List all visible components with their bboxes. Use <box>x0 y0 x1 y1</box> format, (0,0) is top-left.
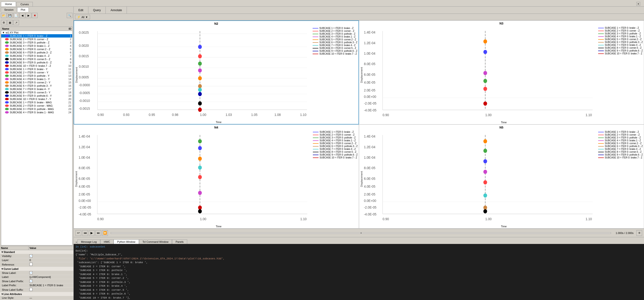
tab-session[interactable]: Session <box>1 7 17 12</box>
list-item[interactable]: SUBCASE 2 = ITER 0: corner - Z 2 <box>1 38 72 41</box>
console-line: 'subcaseList': ['SUBCASE 1 = ITER 0: bra… <box>76 260 642 264</box>
list-item[interactable]: SUBCASE 4 = ITER 0: brake.1 - Z 4 <box>1 44 72 48</box>
plot-n5[interactable]: N5 Displacement 1.4E-04 <box>359 124 644 228</box>
section-curve-label[interactable]: ▼ Curve Label <box>0 267 74 271</box>
plot-n3[interactable]: N3 Displacement 1.4E-04 <box>359 20 644 124</box>
plot-n4-inner: Displacement 1.4E-04 1.2E-04 <box>74 130 359 228</box>
bottom-close-icon[interactable]: ✕ <box>75 241 78 244</box>
tab-python-window[interactable]: Python Window <box>114 240 139 244</box>
svg-text:0.0E+00: 0.0E+00 <box>364 94 376 98</box>
list-item[interactable]: SUBCASE 10 = ITER 0: brake.7 - Z 10 <box>1 64 72 68</box>
tab-tcl-command-window[interactable]: Tcl Command Window <box>139 240 172 244</box>
svg-point-59 <box>483 79 487 83</box>
tree-item-name: SUBCASE 2 = ITER 0: corner - Z <box>10 38 64 40</box>
list-item[interactable]: SUBCASE 2 = ITER 0: corner - Y 12 <box>1 71 72 74</box>
back-button[interactable]: ◀ <box>20 13 25 18</box>
search-toggle[interactable]: 🔍 <box>67 13 72 18</box>
list-item[interactable]: SUBCASE 7 = ITER 0: brake.4 - Y 17 <box>1 88 72 91</box>
tree-item-id: 6 <box>64 51 71 54</box>
svg-text:1.0E-04: 1.0E-04 <box>364 155 375 160</box>
open-button[interactable]: 📂 <box>1 13 7 18</box>
tab-plot[interactable]: Plot <box>17 7 29 12</box>
tab-edit[interactable]: Edit <box>74 7 88 14</box>
svg-text:1.4E-04: 1.4E-04 <box>79 134 90 138</box>
tree-item-id: 15 <box>64 81 71 84</box>
list-item[interactable]: SUBCASE 5 = ITER 0: corner.2 - Z 5 <box>1 48 72 51</box>
list-item[interactable]: SUBCASE 4 = ITER 0: brake.1 - MAG 24 <box>1 111 72 114</box>
reference-checkbox[interactable] <box>30 263 32 266</box>
visibility-checkbox[interactable] <box>30 254 32 258</box>
tab-hwc[interactable]: HWC <box>100 240 114 244</box>
tab-query[interactable]: Query <box>88 7 106 14</box>
list-item[interactable]: SUBCASE 4 = ITER 0: brake.1 - Y 14 <box>1 78 72 81</box>
svg-point-56 <box>483 40 487 44</box>
tool-2[interactable]: ▦ <box>7 20 13 25</box>
svg-text:2.0E-05: 2.0E-05 <box>364 192 375 196</box>
svg-text:2.0E-05: 2.0E-05 <box>364 88 375 92</box>
step-forward-button[interactable]: ⏭ <box>96 230 101 236</box>
plot-n4[interactable]: N4 Displacement 1.4E-04 <box>74 124 359 228</box>
svg-point-83 <box>198 175 202 179</box>
list-item[interactable]: SUBCASE 2 = ITER 0: corner - MAG 22 <box>1 104 72 107</box>
list-item[interactable]: SUBCASE 3 = ITER 0: pothole - Z 3 <box>1 41 72 44</box>
play-button[interactable]: ▶ <box>89 230 94 236</box>
list-item[interactable]: SUBCASE 3 = ITER 0: pothole - Y 13 <box>1 74 72 78</box>
list-item[interactable]: SUBCASE 8 = ITER 0: corner.5 - Y 18 <box>1 91 72 94</box>
list-item[interactable]: SUBCASE 7 = ITER 0: brake.4 - Z 7 <box>1 54 72 58</box>
list-item[interactable]: SUBCASE 1 = ITER 0: brake - Y 11 <box>1 68 72 71</box>
list-item[interactable]: SUBCASE 3 = ITER 0: pothole - MAG 23 <box>1 107 72 111</box>
console-area[interactable]: In [14]: subcaseSet Out[14]: {'name': 'M… <box>74 244 644 300</box>
show-label-prefix-checkbox[interactable] <box>30 280 32 283</box>
plot-n5-inner: Displacement 1.4E-04 1.2E-04 <box>359 130 644 228</box>
list-item[interactable]: SUBCASE 10 = ITER 0: brake.7 - Y 20 <box>1 98 72 101</box>
list-item[interactable]: SUBCASE 1 = ITER 0: brake - MAG 21 <box>1 101 72 104</box>
svg-point-108 <box>483 180 487 184</box>
svg-text:1.00: 1.00 <box>200 113 206 117</box>
tab-annotate[interactable]: Annotate <box>106 7 127 14</box>
tree-root[interactable]: ▼ w1:XY Plot <box>1 31 72 34</box>
list-item[interactable]: SUBCASE 8 = ITER 0: corner.5 - Z 8 <box>1 58 72 61</box>
step-back-button[interactable]: ⏮ <box>82 230 88 236</box>
list-item[interactable]: SUBCASE 1 = ITER 0: brake - Z 1 <box>1 34 72 38</box>
properties-panel: Name Value ▼ Standard Visibility: Layer:… <box>0 246 74 300</box>
list-item[interactable]: SUBCASE 9 = ITER 0: pothole.6 - Z 9 <box>1 61 72 64</box>
forward-button[interactable]: ▶ <box>26 13 31 18</box>
svg-text:-4.0E-05: -4.0E-05 <box>364 212 376 216</box>
delete-button[interactable]: ✖ <box>32 13 38 18</box>
plot-n5-ylabel: Displacement <box>359 130 364 228</box>
svg-point-109 <box>483 193 487 198</box>
plot-n2[interactable]: N2 Displacement <box>74 20 359 124</box>
svg-point-79 <box>198 139 202 144</box>
list-item[interactable]: SUBCASE 6 = ITER 0: pothole.3 - Z 6 <box>1 51 72 54</box>
plots-grid: N2 Displacement <box>74 20 644 228</box>
plot-n4-ylabel: Displacement <box>74 130 79 228</box>
list-item[interactable]: SUBCASE 6 = ITER 0: pothole.3 - Y 16 <box>1 84 72 88</box>
save-button[interactable]: 💾 <box>7 13 13 18</box>
all-dropdown[interactable]: ⚡ All ▼ <box>75 15 90 19</box>
end-button[interactable]: ⏩ <box>102 230 108 236</box>
list-item[interactable]: SUBCASE 9 = ITER 0: pothole.6 - Y 19 <box>1 94 72 98</box>
dropdown-arrow: ▼ <box>85 16 88 18</box>
tool-1[interactable]: ⚙ <box>1 20 7 25</box>
tree-item-id: 10 <box>64 64 71 67</box>
tree-item-name: SUBCASE 5 = ITER 0: corner.2 - Z <box>10 48 64 50</box>
svg-text:1.05: 1.05 <box>251 113 258 117</box>
tab-home[interactable]: Home <box>1 2 16 6</box>
saveas-button[interactable]: 📑 <box>13 13 19 18</box>
show-label-suffix-checkbox[interactable] <box>30 288 32 291</box>
list-item[interactable]: SUBCASE 5 = ITER 0: corner.2 - Y 15 <box>1 81 72 84</box>
svg-text:1.00: 1.00 <box>200 217 206 221</box>
show-label-checkbox[interactable] <box>30 271 32 274</box>
settings-button[interactable]: ⚙ <box>636 230 642 236</box>
tool-3[interactable]: ↗ <box>13 20 19 25</box>
rewind-button[interactable]: ↩ <box>76 230 81 236</box>
tree-item-id: 18 <box>64 91 71 94</box>
svg-text:1.4E-04: 1.4E-04 <box>364 30 375 34</box>
section-line-attributes[interactable]: ▼ Line Attributes <box>0 292 74 296</box>
tab-curves[interactable]: Curves <box>16 2 33 6</box>
tab-panels[interactable]: Panels <box>172 240 187 244</box>
tree-item-name: SUBCASE 1 = ITER 0: brake - Z <box>10 34 64 37</box>
tab-message-log[interactable]: Message Log <box>78 240 100 244</box>
section-standard[interactable]: ▼ Standard <box>0 250 74 254</box>
tree-item-id: 24 <box>64 111 71 114</box>
